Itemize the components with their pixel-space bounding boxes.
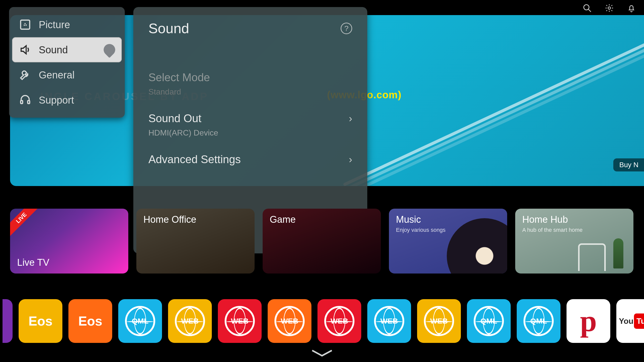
cursor-icon: [101, 41, 117, 58]
card-home-hub[interactable]: Home Hub A hub of the smart home: [515, 209, 633, 274]
speaker-icon: [19, 43, 32, 56]
chevron-right-icon: ›: [349, 154, 352, 165]
card-title: Music: [396, 214, 421, 225]
app-tile-6[interactable]: WEB: [268, 299, 311, 343]
row-advanced-settings[interactable]: Advanced Settings ›: [148, 146, 352, 174]
row-select-mode[interactable]: Select Mode Standard: [148, 64, 352, 105]
buy-now-button[interactable]: Buy N: [613, 158, 644, 171]
card-home-office[interactable]: Home Office: [136, 209, 255, 274]
sidebar-item-support[interactable]: Support: [12, 87, 122, 113]
sidebar-item-label: Sound: [39, 44, 68, 56]
sidebar-item-label: Picture: [39, 19, 70, 30]
card-music[interactable]: Music Enjoy various songs: [389, 209, 507, 274]
app-label: WEB: [181, 317, 199, 325]
row-label: Select Mode: [148, 71, 210, 84]
chevron-down-icon[interactable]: [311, 348, 333, 359]
app-tile-5[interactable]: WEB: [218, 299, 262, 343]
search-icon[interactable]: [582, 3, 592, 13]
app-label: QML: [530, 317, 547, 325]
app-tile-8[interactable]: WEB: [367, 299, 411, 343]
svg-rect-5: [21, 101, 23, 104]
card-title: Live TV: [17, 257, 49, 268]
plant-icon: [613, 238, 623, 268]
gear-icon[interactable]: [604, 3, 614, 13]
row-label: Sound Out: [148, 112, 201, 125]
card-subtitle: A hub of the smart home: [522, 227, 583, 233]
row-value: HDMI(ARC) Device: [148, 128, 352, 138]
app-tile-3[interactable]: QML: [118, 299, 162, 343]
live-badge: LIVE: [10, 209, 40, 237]
topbar: [582, 3, 636, 13]
chevron-right-icon: ›: [349, 113, 352, 124]
app-tile-11[interactable]: QML: [517, 299, 560, 343]
app-tile-12[interactable]: p: [567, 299, 610, 343]
app-label: QML: [132, 317, 149, 325]
svg-point-2: [608, 7, 611, 9]
app-label: WEB: [430, 317, 448, 325]
sidebar-item-label: General: [39, 69, 74, 81]
content-cards-row: LIVE Live TV Home Office Game Music Enjo…: [10, 209, 633, 274]
card-live-tv[interactable]: LIVE Live TV: [10, 209, 128, 274]
headset-icon: [19, 94, 32, 107]
yt-badge: Tube: [634, 313, 644, 329]
svg-line-1: [588, 9, 591, 12]
card-title: Home Office: [143, 214, 196, 225]
app-tile-7[interactable]: WEB: [317, 299, 361, 343]
yt-prefix: You: [619, 316, 633, 326]
sidebar-item-sound[interactable]: Sound: [12, 37, 122, 62]
app-label: WEB: [380, 317, 398, 325]
sidebar-item-general[interactable]: General: [12, 62, 122, 87]
app-tile-1[interactable]: Eos: [19, 299, 62, 343]
app-tile-13[interactable]: YouTube: [616, 299, 644, 343]
sidebar-item-label: Support: [39, 95, 74, 106]
chair-icon: [578, 243, 606, 271]
svg-point-0: [584, 5, 589, 10]
row-label: Advanced Settings: [148, 153, 241, 166]
app-tile-0[interactable]: [3, 299, 13, 343]
vinyl-icon: [447, 218, 507, 274]
app-tile-10[interactable]: QML: [467, 299, 511, 343]
app-launcher-row: EosEosQMLWEBWEBWEBWEBWEBWEBQMLQMLpYouTub…: [3, 299, 644, 343]
help-icon[interactable]: ?: [341, 23, 352, 34]
app-tile-4[interactable]: WEB: [168, 299, 212, 343]
sidebar-item-picture[interactable]: Picture: [12, 12, 122, 37]
app-label: WEB: [231, 317, 249, 325]
wrench-icon: [19, 68, 32, 81]
svg-point-4: [24, 24, 26, 26]
card-subtitle: Enjoy various songs: [396, 227, 446, 233]
app-label: WEB: [331, 317, 348, 325]
hero-decoration: [343, 35, 644, 186]
app-label: WEB: [281, 317, 298, 325]
card-title: Game: [270, 214, 296, 225]
row-sound-out[interactable]: Sound Out › HDMI(ARC) Device: [148, 105, 352, 146]
svg-rect-6: [28, 101, 30, 104]
app-tile-9[interactable]: WEB: [417, 299, 461, 343]
app-label: QML: [480, 317, 497, 325]
card-title: Home Hub: [522, 214, 568, 225]
bell-icon[interactable]: [626, 3, 636, 13]
row-value: Standard: [148, 87, 352, 97]
app-tile-2[interactable]: Eos: [68, 299, 112, 343]
card-game[interactable]: Game: [263, 209, 381, 274]
panel-title: Sound: [148, 20, 189, 36]
svg-rect-3: [21, 20, 30, 29]
settings-sidebar: Picture Sound General Support: [9, 7, 125, 118]
picture-icon: [19, 18, 32, 31]
